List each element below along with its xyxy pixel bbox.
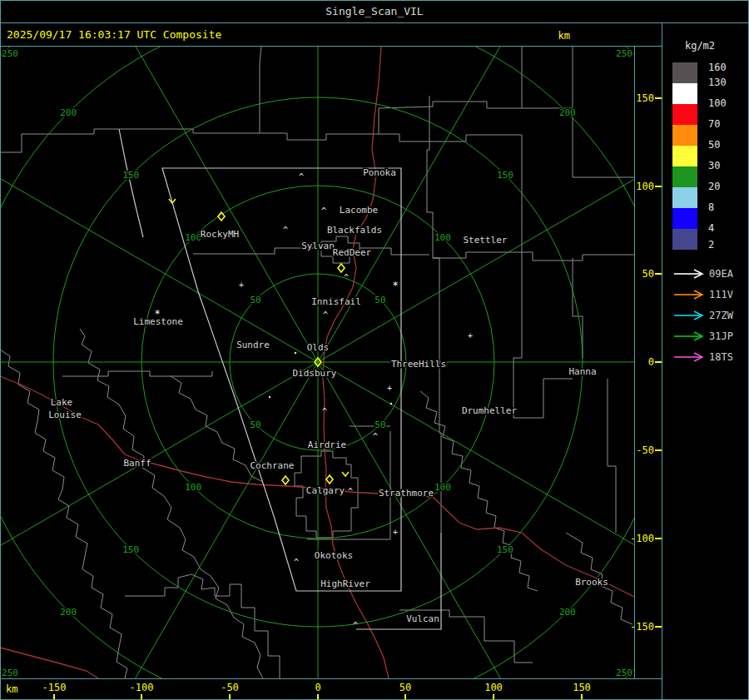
ring-distance-label: 200 (60, 107, 77, 118)
city-label: Brooks (575, 577, 608, 588)
azimuth-radial (318, 129, 634, 362)
ring-distance-label: 150 (497, 544, 513, 555)
azimuth-radial (318, 362, 634, 595)
right-axis-unit: km (558, 30, 570, 42)
bottom-axis-tick-label: 150 (573, 682, 591, 693)
radar-arrow-icon (672, 310, 707, 321)
radar-site-diamond-marker (326, 475, 333, 484)
radar-site-diamond-marker (282, 476, 289, 484)
radar-id-label: 111V (709, 289, 733, 300)
ring-distance-label: 100 (185, 232, 201, 243)
ring-distance-label: 100 (434, 232, 451, 243)
county-boundary-line (125, 574, 280, 678)
right-axis-tick-label: 150 (636, 92, 654, 104)
azimuth-radial (1, 129, 318, 362)
caret-marker: ^ (348, 487, 353, 496)
ring-distance-label: 50 (250, 420, 260, 430)
county-boundary-line (379, 134, 522, 141)
dot-marker (269, 396, 270, 398)
radar-id-label: 18TS (709, 351, 733, 363)
ring-distance-label: 150 (497, 170, 513, 181)
city-label: ThreeHills (391, 359, 446, 370)
radar-site-diamond-marker (338, 264, 345, 272)
county-boundary-line (80, 329, 263, 678)
radar-app-window: Single_Scan_VIL 2025/09/17 16:03:17 UTC … (0, 0, 749, 700)
city-label: Airdrie (308, 439, 346, 450)
right-axis-tick-label: 100 (636, 181, 654, 192)
caret-marker: ^ (294, 558, 299, 567)
city-label: Louise (48, 410, 82, 420)
colorbar-tick-label: 20 (708, 181, 720, 192)
ring-distance-label: 100 (434, 482, 451, 493)
bottom-axis-unit: km (6, 683, 17, 695)
ring-distance-label: 200 (60, 607, 77, 618)
county-boundary-line (573, 258, 583, 358)
radar-arrow-icon (672, 289, 707, 300)
city-label: Calgary (306, 485, 345, 496)
colorbar-block (672, 166, 697, 187)
caret-marker: ^ (353, 621, 358, 630)
colorbar-tick-label: 50 (708, 139, 720, 151)
colorbar-block (672, 187, 697, 208)
right-distance-axis: 150100500-50-100-150 (635, 47, 662, 678)
right-axis-tick-mark (655, 538, 662, 539)
city-label: Blackfalds (327, 225, 382, 236)
county-boundary-line (573, 108, 634, 177)
plus-marker: + (239, 280, 244, 290)
radar-id-label: 09EA (709, 268, 733, 280)
city-label: Didsbury (293, 368, 337, 379)
right-axis-tick-mark (655, 273, 662, 275)
county-boundary-line (608, 379, 616, 533)
ring-distance-label: 50 (250, 295, 260, 305)
colorbar-unit: kg/m2 (662, 40, 737, 52)
radar-map-canvas: 5050505010010010010015015015015020020020… (1, 47, 634, 678)
radar-arrow-icon (672, 330, 707, 342)
county-boundary-line (62, 371, 212, 376)
asterisk-marker: * (392, 280, 398, 291)
colorbar-tick-label: 8 (708, 201, 714, 213)
legend-panel: kg/m2 16013010070503020842 09EA111V27ZW3… (662, 23, 749, 700)
bottom-axis-tick-label: 50 (399, 682, 411, 693)
ring-distance-label: 250 (616, 48, 632, 59)
county-boundary-line (260, 47, 522, 140)
city-label: Sundre (236, 340, 270, 350)
header-row: 2025/09/17 16:03:17 UTC Composite km (0, 23, 662, 46)
ring-distance-label: 50 (374, 420, 385, 430)
city-label: Hanna (568, 366, 596, 377)
city-label: Innisfail (311, 296, 361, 307)
city-label: HighRiver (320, 578, 370, 589)
bottom-axis-tick-label: -150 (42, 682, 67, 693)
dot-marker (390, 403, 392, 405)
colorbar-tick-label: 100 (708, 97, 727, 109)
right-axis-tick-mark (655, 97, 662, 99)
city-label: Lake (51, 397, 73, 408)
city-label: Strathmore (379, 488, 434, 499)
frame-border-left (0, 0, 1, 700)
county-boundary-line (171, 376, 263, 482)
radar-id-label: 27ZW (709, 310, 733, 321)
city-label: Lacombe (340, 205, 378, 216)
yellow-v-marker (342, 472, 349, 476)
city-label: Ponoka (363, 167, 396, 178)
colorbar-block (672, 83, 697, 104)
city-label: Drumheller (462, 405, 518, 416)
map-border-right (634, 47, 635, 679)
radar-arrow-icon (672, 268, 707, 280)
radar-legend-row: 18TS (671, 350, 749, 366)
caret-marker: ^ (283, 226, 288, 235)
city-label: Stettler (464, 235, 508, 246)
title-bar: Single_Scan_VIL (0, 0, 749, 22)
plus-marker: + (468, 331, 473, 340)
city-label: Banff (123, 458, 151, 469)
ring-distance-label: 200 (559, 107, 576, 118)
right-axis-tick-label: -50 (636, 444, 654, 456)
colorbar-tick-label: 70 (708, 118, 720, 130)
ring-distance-label: 250 (2, 48, 18, 59)
colorbar-block (672, 62, 697, 83)
county-boundary-line (433, 252, 634, 261)
map-border-bottom (0, 678, 662, 679)
ring-distance-label: 250 (616, 668, 632, 678)
caret-marker: ^ (323, 310, 328, 320)
radar-legend-row: 31JP (671, 329, 749, 345)
caret-marker: ^ (299, 172, 304, 181)
